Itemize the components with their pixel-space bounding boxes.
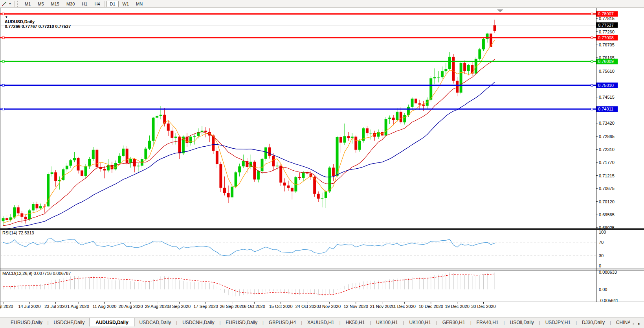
line-handle[interactable] xyxy=(591,61,593,63)
candle-body xyxy=(336,137,339,176)
price-axis-label: 0.71215 xyxy=(599,173,615,178)
pane-separator[interactable] xyxy=(0,229,644,230)
candle-body xyxy=(343,136,346,142)
candle-body xyxy=(385,119,387,135)
toolbar-grip[interactable] xyxy=(17,1,20,7)
tab-scroll-right-icon[interactable]: ► xyxy=(638,322,641,326)
timeframe-button-d1[interactable]: D1 xyxy=(106,1,118,7)
line-tools-dropdown-icon[interactable]: ▼ xyxy=(9,2,13,5)
chart-tab[interactable]: DJ30,Daily xyxy=(577,319,610,327)
chart-tab[interactable]: USDCHF,Daily xyxy=(49,319,90,327)
candle-body xyxy=(137,166,139,166)
candle-body xyxy=(204,131,207,132)
timeframe-button-m5[interactable]: M5 xyxy=(35,1,47,7)
price-badge-label: 0.78007 xyxy=(598,11,614,16)
candle-body xyxy=(92,150,95,159)
chart-tab[interactable]: XAUUSD,H1 xyxy=(302,319,339,327)
chart-tab[interactable]: EURUSD,Daily xyxy=(220,319,262,327)
chart-shift-marker-icon[interactable] xyxy=(497,9,503,12)
timeframe-button-m15[interactable]: M15 xyxy=(48,1,62,7)
pane-separator[interactable] xyxy=(0,270,644,271)
candle-body xyxy=(287,186,290,188)
top-toolbar: ▼ M1M5M15M30H1H4D1W1MN xyxy=(0,0,644,8)
time-axis-line xyxy=(0,302,644,302)
timeframe-button-mn[interactable]: MN xyxy=(133,1,146,7)
chart-tab[interactable]: CHINA300,H1 xyxy=(611,319,630,327)
candle-body xyxy=(467,65,470,71)
candle-body xyxy=(347,136,350,138)
chart-tab[interactable]: USOil,Daily xyxy=(505,319,539,327)
timeframe-button-w1[interactable]: W1 xyxy=(119,1,132,7)
candle-body xyxy=(437,77,440,77)
candle-body xyxy=(231,187,233,197)
candle-body xyxy=(152,118,155,141)
chart-tab[interactable]: USDCAD,Daily xyxy=(134,319,176,327)
line-handle[interactable] xyxy=(591,108,593,110)
chart-tab[interactable]: GER30,H1 xyxy=(437,319,470,327)
pane-separator[interactable] xyxy=(0,269,644,269)
line-handle[interactable] xyxy=(2,84,4,86)
line-handle[interactable] xyxy=(2,37,4,39)
chart-tab[interactable]: AUDUSD,Daily xyxy=(90,318,134,327)
timeframe-button-m1[interactable]: M1 xyxy=(22,1,34,7)
candle-body xyxy=(171,131,173,138)
chart-tab[interactable]: EURUSD,Daily xyxy=(6,319,48,327)
timeframe-button-m30[interactable]: M30 xyxy=(63,1,78,7)
candle-body xyxy=(272,156,275,166)
price-axis-label: 0.72310 xyxy=(599,147,615,152)
timeframe-button-h4[interactable]: H4 xyxy=(91,1,103,7)
tab-scroll-left-icon[interactable]: ◄ xyxy=(631,322,635,326)
axis-divider xyxy=(596,7,596,302)
chart-title-ohlc: 0.77266 0.77767 0.77210 0.77537 xyxy=(5,24,71,29)
line-tools-icon[interactable] xyxy=(0,0,9,7)
chart-tab[interactable]: HK50,H1 xyxy=(341,319,370,327)
chart-tab[interactable]: FRA40,H1 xyxy=(472,319,504,327)
time-axis-label: 21 Nov 2020 xyxy=(370,304,394,309)
time-axis-label: 17 Sep 2020 xyxy=(194,304,218,309)
line-handle[interactable] xyxy=(2,108,4,110)
toolbar-separator xyxy=(14,1,15,7)
price-badge-label: 0.76009 xyxy=(598,59,614,64)
candle-body xyxy=(148,141,151,149)
rsi-axis-label: 0 xyxy=(599,264,601,268)
macd-axis-label: -0.005641 xyxy=(599,298,618,303)
chart-tab[interactable]: USDCNH,Daily xyxy=(177,319,219,327)
timeframe-button-h1[interactable]: H1 xyxy=(79,1,90,7)
chart-title-dropdown-icon[interactable]: ▼ xyxy=(5,15,8,19)
candle-body xyxy=(6,218,8,220)
price-axis-label: 0.69565 xyxy=(599,212,615,217)
chart-title-symbol: AUDUSD,Daily xyxy=(5,19,35,24)
pane-separator[interactable] xyxy=(0,228,644,229)
chart-left-border xyxy=(0,7,0,309)
chart-svg[interactable]: 0.778150.772600.767050.761650.756100.745… xyxy=(0,0,644,317)
candle-body xyxy=(268,147,271,156)
candle-body xyxy=(77,158,80,171)
line-handle[interactable] xyxy=(591,84,593,86)
price-badge-label: 0.77008 xyxy=(598,35,614,40)
candle-body xyxy=(429,78,432,100)
price-axis-label: 0.74515 xyxy=(599,95,615,100)
candle-body xyxy=(193,136,196,137)
candle-body xyxy=(283,182,286,185)
candle-body xyxy=(366,128,369,133)
line-handle[interactable] xyxy=(2,61,4,63)
price-axis-label: 0.76705 xyxy=(599,42,615,47)
chart-tab[interactable]: GBPUSD,H4 xyxy=(264,319,301,327)
line-handle[interactable] xyxy=(591,37,593,39)
candle-body xyxy=(167,123,170,131)
time-axis-label: 30 Dec 2020 xyxy=(471,304,495,309)
line-handle[interactable] xyxy=(591,13,593,15)
price-badge-label: 0.74011 xyxy=(598,107,613,111)
indicator-line xyxy=(3,274,495,295)
time-axis-label: 10 Dec 2020 xyxy=(419,304,443,309)
chart-tab[interactable]: UK100,H1 xyxy=(404,319,436,327)
candle-body xyxy=(2,218,5,221)
time-axis-label: 14 Jul 2020 xyxy=(18,304,40,309)
candle-body xyxy=(95,150,98,167)
candle-body xyxy=(114,163,117,169)
candle-body xyxy=(36,204,39,208)
chart-tab[interactable]: UK100,H1 xyxy=(371,319,403,327)
candle-body xyxy=(448,57,451,69)
chart-tab[interactable]: USDJPY,H1 xyxy=(540,319,576,327)
time-axis-label: 4 Jul 2020 xyxy=(0,304,13,309)
